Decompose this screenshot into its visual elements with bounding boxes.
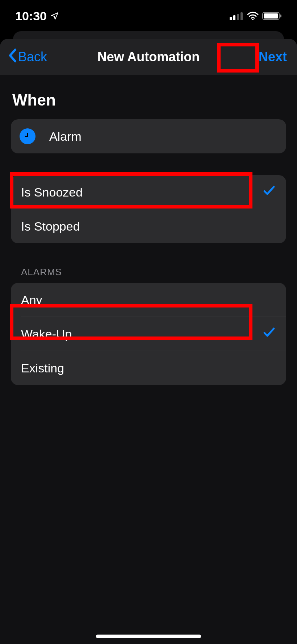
next-label: Next xyxy=(259,49,287,64)
clock-icon xyxy=(20,128,35,144)
status-right xyxy=(230,9,283,23)
location-arrow-icon xyxy=(50,9,59,23)
condition-label: Is Snoozed xyxy=(21,185,83,199)
wifi-icon xyxy=(247,9,259,23)
home-indicator[interactable] xyxy=(96,635,201,638)
trigger-row-alarm[interactable]: Alarm xyxy=(11,119,286,153)
condition-card: Is Snoozed Is Stopped xyxy=(11,175,286,243)
svg-point-4 xyxy=(252,19,254,20)
chevron-left-icon xyxy=(8,48,17,66)
condition-option-snoozed[interactable]: Is Snoozed xyxy=(11,175,286,209)
svg-rect-6 xyxy=(264,13,278,18)
condition-option-stopped[interactable]: Is Stopped xyxy=(11,209,286,243)
svg-rect-2 xyxy=(237,14,239,20)
alarms-option-label: Existing xyxy=(21,361,64,375)
alarms-option-label: Any xyxy=(21,293,42,307)
alarms-option-existing[interactable]: Existing xyxy=(11,351,286,385)
alarms-card: Any Wake-Up Existing xyxy=(11,283,286,385)
condition-label: Is Stopped xyxy=(21,219,80,234)
modal-sheet: Back New Automation Next When Alarm xyxy=(0,39,297,644)
alarms-option-any[interactable]: Any xyxy=(11,283,286,317)
checkmark-icon xyxy=(262,184,276,201)
svg-rect-0 xyxy=(230,17,232,20)
trigger-label: Alarm xyxy=(49,129,81,144)
status-bar: 10:30 xyxy=(0,0,297,32)
cellular-signal-icon xyxy=(230,9,243,23)
content: When Alarm Is Snoozed xyxy=(0,75,297,385)
svg-rect-1 xyxy=(233,15,235,20)
alarms-option-wakeup[interactable]: Wake-Up xyxy=(11,317,286,351)
alarms-option-label: Wake-Up xyxy=(21,327,72,341)
svg-rect-3 xyxy=(240,12,243,20)
next-button[interactable]: Next xyxy=(256,48,289,66)
navbar: Back New Automation Next xyxy=(0,39,297,75)
svg-rect-7 xyxy=(280,15,281,17)
alarms-header: ALARMS xyxy=(21,267,286,278)
battery-icon xyxy=(262,9,283,23)
back-button[interactable]: Back xyxy=(8,48,47,66)
status-time: 10:30 xyxy=(15,9,47,23)
status-left: 10:30 xyxy=(15,9,59,23)
trigger-card: Alarm xyxy=(11,119,286,153)
checkmark-icon xyxy=(262,326,276,342)
back-label: Back xyxy=(18,49,47,65)
when-heading: When xyxy=(12,91,285,109)
